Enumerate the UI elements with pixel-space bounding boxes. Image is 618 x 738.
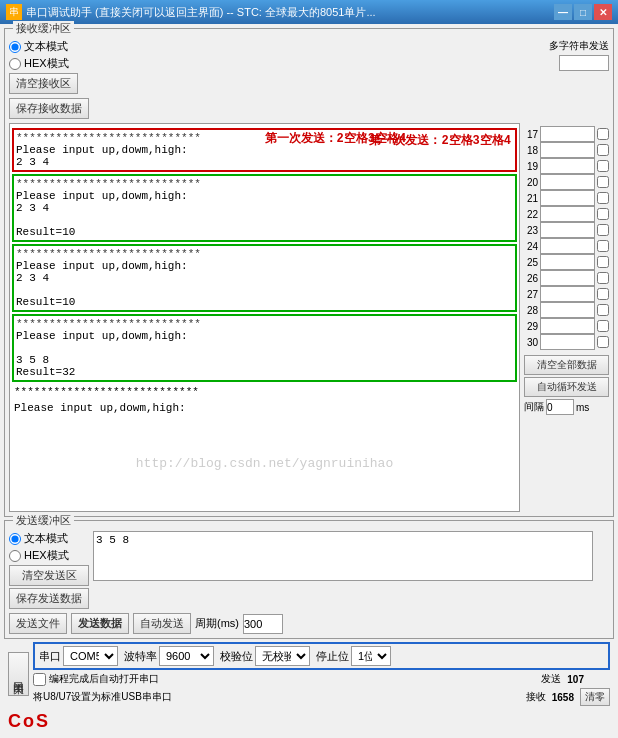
maximize-button[interactable]: □ xyxy=(574,4,592,20)
close-button[interactable]: ✕ xyxy=(594,4,612,20)
prompt-2: Please input up,dowm,high: xyxy=(16,190,513,202)
row-input[interactable] xyxy=(540,302,595,318)
blank-3 xyxy=(16,284,513,296)
row-input[interactable] xyxy=(540,222,595,238)
hex-mode-radio[interactable] xyxy=(9,58,21,70)
save-send-button[interactable]: 保存发送数据 xyxy=(9,588,89,609)
row-checkbox[interactable] xyxy=(597,304,609,316)
numbered-row: 22 xyxy=(524,206,609,222)
row-checkbox[interactable] xyxy=(597,240,609,252)
text-mode-label: 文本模式 xyxy=(24,39,68,54)
send-text-mode-radio[interactable] xyxy=(9,533,21,545)
right-panel-buttons: 清空全部数据 自动循环发送 间隔 ms xyxy=(524,355,609,415)
row-input[interactable] xyxy=(540,238,595,254)
values-2: 2 3 4 xyxy=(16,202,513,214)
prompt-4: Please input up,dowm,high: xyxy=(16,330,513,342)
numbered-row: 21 xyxy=(524,190,609,206)
period-input[interactable] xyxy=(243,614,283,634)
row-checkbox[interactable] xyxy=(597,128,609,140)
row-number: 22 xyxy=(524,209,538,220)
prompt-3: Please input up,dowm,high: xyxy=(16,260,513,272)
interval-input[interactable] xyxy=(546,399,574,415)
stop-select[interactable]: 1位 xyxy=(351,646,391,666)
row-input[interactable] xyxy=(540,286,595,302)
title-bar: 串 串口调试助手 (直接关闭可以返回主界面) -- STC: 全球最大的8051… xyxy=(0,0,618,24)
port-params-area: 串口 COM5 波特率 9600 校验位 无校验 xyxy=(33,642,610,706)
recv-block-4: **************************** Please inpu… xyxy=(12,314,517,382)
send-section: 发送缓冲区 文本模式 HEX模式 清空发送区 保存发送数据 3 5 8 发送文件… xyxy=(4,520,614,639)
close-port-button[interactable]: 关闭串口 xyxy=(8,652,29,696)
auto-open-checkbox[interactable] xyxy=(33,673,46,686)
result-3: Result=10 xyxy=(16,296,513,308)
row-number: 29 xyxy=(524,321,538,332)
row-input[interactable] xyxy=(540,190,595,206)
row-input[interactable] xyxy=(540,318,595,334)
row-checkbox[interactable] xyxy=(597,256,609,268)
row-checkbox[interactable] xyxy=(597,224,609,236)
receive-text-area[interactable]: **************************** Please inpu… xyxy=(9,123,520,512)
row-input[interactable] xyxy=(540,270,595,286)
send-data-button[interactable]: 发送数据 xyxy=(71,613,129,634)
row-number: 20 xyxy=(524,177,538,188)
send-text-mode-label[interactable]: 文本模式 xyxy=(9,531,89,546)
check-label: 校验位 xyxy=(220,649,253,664)
clear-count-button[interactable]: 清零 xyxy=(580,688,610,706)
row-input[interactable] xyxy=(540,206,595,222)
right-numbered-panel: 17 18 19 20 21 22 23 24 xyxy=(524,123,609,512)
row-input[interactable] xyxy=(540,126,595,142)
text-mode-radio[interactable] xyxy=(9,41,21,53)
save-receive-button[interactable]: 保存接收数据 xyxy=(9,98,89,119)
auto-loop-button[interactable]: 自动循环发送 xyxy=(524,377,609,397)
interval-label: 间隔 xyxy=(524,400,544,414)
row-input[interactable] xyxy=(540,174,595,190)
row-input[interactable] xyxy=(540,158,595,174)
row-number: 17 xyxy=(524,129,538,140)
send-hex-mode-label[interactable]: HEX模式 xyxy=(9,548,89,563)
row-checkbox[interactable] xyxy=(597,192,609,204)
multi-send-input[interactable] xyxy=(559,55,609,71)
send-textarea[interactable]: 3 5 8 xyxy=(93,531,593,581)
send-file-button[interactable]: 发送文件 xyxy=(9,613,67,634)
baud-select[interactable]: 9600 xyxy=(159,646,214,666)
clear-receive-button[interactable]: 清空接收区 xyxy=(9,73,78,94)
auto-open-label[interactable]: 编程完成后自动打开串口 xyxy=(33,672,159,686)
port-params-box: 串口 COM5 波特率 9600 校验位 无校验 xyxy=(33,642,610,670)
check-select[interactable]: 无校验 xyxy=(255,646,310,666)
numbered-rows-container: 17 18 19 20 21 22 23 24 xyxy=(524,126,609,350)
row-checkbox[interactable] xyxy=(597,176,609,188)
annotation-overlay-1: 第一次发送：2空格3空格4 xyxy=(265,130,407,147)
port-select[interactable]: COM5 xyxy=(63,646,118,666)
numbered-row: 25 xyxy=(524,254,609,270)
numbered-row: 20 xyxy=(524,174,609,190)
row-checkbox[interactable] xyxy=(597,320,609,332)
minimize-button[interactable]: — xyxy=(554,4,572,20)
row-checkbox[interactable] xyxy=(597,272,609,284)
clear-all-button[interactable]: 清空全部数据 xyxy=(524,355,609,375)
row-checkbox[interactable] xyxy=(597,288,609,300)
hex-mode-radio-label[interactable]: HEX模式 xyxy=(9,56,78,71)
values-1: 2 3 4 xyxy=(16,156,513,168)
row-checkbox[interactable] xyxy=(597,208,609,220)
stars-3: **************************** xyxy=(16,248,513,260)
text-mode-radio-label[interactable]: 文本模式 xyxy=(9,39,78,54)
clear-send-button[interactable]: 清空发送区 xyxy=(9,565,89,586)
send-hex-mode-radio[interactable] xyxy=(9,550,21,562)
recv-block-2: **************************** Please inpu… xyxy=(12,174,517,242)
send-hex-label: HEX模式 xyxy=(24,548,69,563)
port-area: 关闭串口 串口 COM5 波特率 9600 xyxy=(4,642,614,706)
row-input[interactable] xyxy=(540,142,595,158)
row-input[interactable] xyxy=(540,254,595,270)
row-checkbox[interactable] xyxy=(597,160,609,172)
stop-label: 停止位 xyxy=(316,649,349,664)
row-number: 26 xyxy=(524,273,538,284)
row-number: 19 xyxy=(524,161,538,172)
row-number: 28 xyxy=(524,305,538,316)
recv-block-3: **************************** Please inpu… xyxy=(12,244,517,312)
annotation-text-1: 第一次发送：2空格3空格4 xyxy=(265,132,407,146)
row-input[interactable] xyxy=(540,334,595,350)
row-checkbox[interactable] xyxy=(597,336,609,348)
port-bottom-row: 编程完成后自动打开串口 发送 107 xyxy=(33,672,610,686)
row-checkbox[interactable] xyxy=(597,144,609,156)
auto-send-button[interactable]: 自动发送 xyxy=(133,613,191,634)
send-text-label: 文本模式 xyxy=(24,531,68,546)
